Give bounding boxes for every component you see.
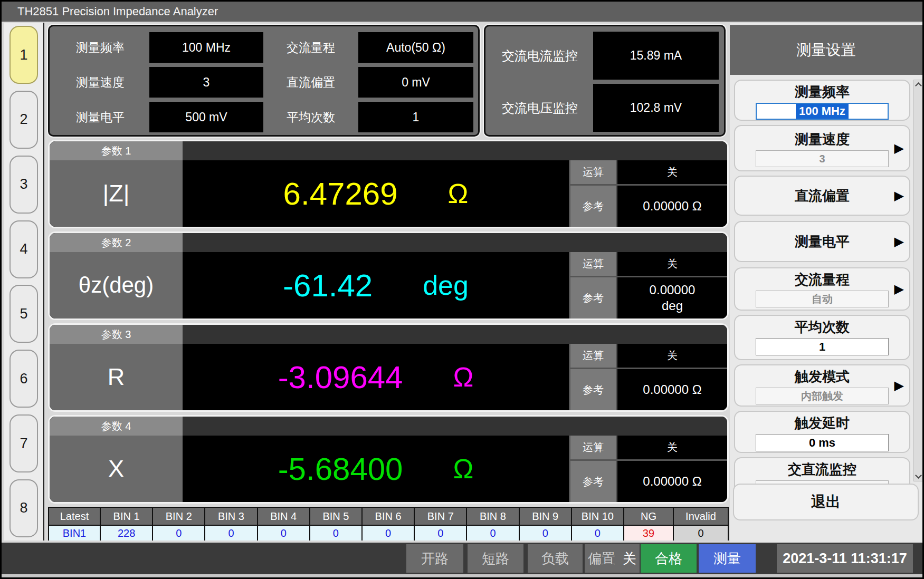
bin-header-9: BIN 9 xyxy=(520,508,571,525)
bias-status-button[interactable]: 偏置 关 xyxy=(585,544,640,573)
scroll-up-icon[interactable] xyxy=(915,82,922,89)
sidebar-button-trigger-mode[interactable]: 触发模式 内部触发 ▶ xyxy=(734,364,910,407)
bias-label: 偏置 xyxy=(588,549,615,568)
param-2-value-area: -61.42 deg xyxy=(183,252,569,319)
param-4-ref-label: 参考 xyxy=(570,461,616,502)
param-2-ref-text: 0.00000 deg xyxy=(638,282,707,314)
param-1-ref-label: 参考 xyxy=(570,186,616,227)
bin-header-3: BIN 3 xyxy=(205,508,256,525)
tab-3[interactable]: 3 xyxy=(9,156,38,214)
measure-button[interactable]: 测量 xyxy=(699,544,756,573)
param-4-header-label: 参数 4 xyxy=(50,417,183,436)
bin-value-latest: BIN1 xyxy=(49,526,100,541)
param-1-header-label: 参数 1 xyxy=(50,141,183,160)
short-correction-button[interactable]: 短路 xyxy=(468,544,523,573)
bin-value-ng: 39 xyxy=(624,526,673,541)
bin-value-1: 228 xyxy=(101,526,152,541)
tab-4[interactable]: 4 xyxy=(9,220,38,278)
sidebar-button-level[interactable]: 测量电平 ▶ xyxy=(734,221,910,262)
sidebar-button-ac-range[interactable]: 交流量程 自动 ▶ xyxy=(734,267,910,311)
setting-ac-range-value: Auto(50 Ω) xyxy=(358,32,473,63)
tab-5[interactable]: 5 xyxy=(9,285,38,343)
speed-value-box: 3 xyxy=(756,150,889,167)
bin-value-3: 0 xyxy=(205,526,256,541)
scroll-down-icon[interactable] xyxy=(915,472,922,479)
param-4-calc-label: 运算 xyxy=(570,436,616,459)
load-correction-button[interactable]: 负载 xyxy=(528,544,583,573)
bin-value-5: 0 xyxy=(310,526,361,541)
param-panel-1: 参数 1 |Z| 6.47269 Ω 运算 关 参考 0.00000 Ω xyxy=(48,140,729,228)
exit-button[interactable]: 退出 xyxy=(733,484,919,520)
param-4-value-area: -5.68400 Ω xyxy=(183,436,569,502)
setting-avg-label: 平均次数 xyxy=(268,102,354,132)
sidebar-button-avg[interactable]: 平均次数 1 xyxy=(734,315,910,360)
bin-value-10: 0 xyxy=(572,526,623,541)
ac-range-value-box: 自动 xyxy=(756,291,889,307)
tab-2[interactable]: 2 xyxy=(9,91,38,149)
param-3-subtable: 运算 关 参考 0.00000 Ω xyxy=(569,344,727,410)
setting-freq-value: 100 MHz xyxy=(149,32,263,63)
chevron-right-icon: ▶ xyxy=(894,188,904,203)
trigger-mode-button-label: 触发模式 xyxy=(795,368,850,386)
param-panel-4: 参数 4 X -5.68400 Ω 运算 关 参考 0.00000 Ω xyxy=(48,415,729,504)
param-1-calc-label: 运算 xyxy=(570,160,616,184)
bottom-edge-strip xyxy=(2,574,922,579)
param-2-calc-value: 关 xyxy=(617,252,727,276)
bin-header-5: BIN 5 xyxy=(310,508,361,525)
setting-dc-bias-label: 直流偏置 xyxy=(268,67,354,98)
sidebar-button-trigger-delay[interactable]: 触发延时 0 ms xyxy=(734,411,910,453)
ac-range-button-label: 交流量程 xyxy=(795,271,850,289)
bias-value: 关 xyxy=(623,549,636,568)
sidebar-scrollbar[interactable] xyxy=(913,80,923,481)
param-2-ref-label: 参考 xyxy=(570,277,616,319)
title-bar: TH2851 Precision Impedance Analyzer xyxy=(2,2,922,22)
trigger-delay-input[interactable]: 0 ms xyxy=(756,434,889,451)
tab-7[interactable]: 7 xyxy=(9,414,38,472)
setting-speed-value: 3 xyxy=(149,67,263,98)
sidebar-button-dc-bias[interactable]: 直流偏置 ▶ xyxy=(734,176,910,216)
sidebar-title: 测量设置 xyxy=(730,25,922,75)
param-3-calc-value: 关 xyxy=(617,344,727,368)
setting-speed-label: 测量速度 xyxy=(55,67,145,98)
param-2-calc-label: 运算 xyxy=(570,252,616,276)
sidebar-button-freq[interactable]: 测量频率 100 MHz xyxy=(734,80,910,121)
bin-value-7: 0 xyxy=(415,526,466,541)
setting-ac-range-label: 交流量程 xyxy=(268,32,354,63)
bin-value-2: 0 xyxy=(153,526,204,541)
param-1-subtable: 运算 关 参考 0.00000 Ω xyxy=(569,160,727,227)
bin-header-10: BIN 10 xyxy=(572,508,623,525)
avg-input[interactable]: 1 xyxy=(756,338,889,355)
setting-level-label: 测量电平 xyxy=(55,102,145,132)
freq-input[interactable]: 100 MHz xyxy=(756,103,889,120)
param-3-header-fill xyxy=(183,325,727,344)
tab-8[interactable]: 8 xyxy=(9,479,38,537)
chevron-right-icon: ▶ xyxy=(894,141,904,156)
setting-dc-bias-value: 0 mV xyxy=(358,67,473,98)
param-3-unit: Ω xyxy=(453,361,474,393)
speed-button-label: 测量速度 xyxy=(795,130,850,149)
measurement-settings-panel: 测量频率 100 MHz 交流量程 Auto(50 Ω) 测量速度 3 直流偏置… xyxy=(48,25,480,137)
param-panel-2: 参数 2 θz(deg) -61.42 deg 运算 关 参考 0.00000 … xyxy=(48,231,729,320)
sidebar-button-speed[interactable]: 测量速度 3 ▶ xyxy=(734,125,910,171)
tab-1[interactable]: 1 xyxy=(9,26,38,84)
param-2-body: θz(deg) -61.42 deg 运算 关 参考 0.00000 deg xyxy=(50,252,727,319)
param-3-value-area: -3.09644 Ω xyxy=(183,344,569,410)
open-correction-button[interactable]: 开路 xyxy=(406,544,463,573)
param-1-value: 6.47269 xyxy=(283,176,398,212)
bin-value-4: 0 xyxy=(258,526,309,541)
monitor-current-value: 15.89 mA xyxy=(593,32,719,80)
impedance-analyzer-screen: TH2851 Precision Impedance Analyzer 1 2 … xyxy=(0,0,924,579)
param-1-name: |Z| xyxy=(50,160,183,227)
window-title: TH2851 Precision Impedance Analyzer xyxy=(17,5,218,18)
param-1-header: 参数 1 xyxy=(50,141,727,160)
param-2-name: θz(deg) xyxy=(50,252,183,319)
param-2-value: -61.42 xyxy=(283,267,373,304)
trigger-mode-value-box: 内部触发 xyxy=(756,388,889,404)
param-4-header: 参数 4 xyxy=(50,417,727,436)
tab-6[interactable]: 6 xyxy=(9,350,38,408)
bin-header-4: BIN 4 xyxy=(258,508,309,525)
freq-input-value: 100 MHz xyxy=(796,104,849,119)
bin-header-8: BIN 8 xyxy=(467,508,518,525)
pass-indicator: 合格 xyxy=(641,544,697,573)
clock: 2021-3-11 11:31:17 xyxy=(777,544,913,573)
